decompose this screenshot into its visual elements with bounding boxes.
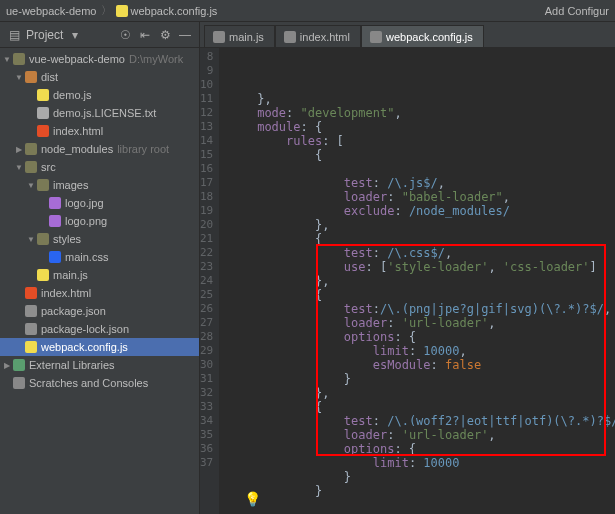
gear-icon[interactable]: ⚙ xyxy=(157,27,173,43)
line-number[interactable]: 33 xyxy=(200,400,213,414)
tree-item-src[interactable]: ▼src xyxy=(0,158,199,176)
code-line[interactable]: exclude: /node_modules/ xyxy=(228,204,615,218)
tree-item-demo-js[interactable]: demo.js xyxy=(0,86,199,104)
line-number[interactable]: 35 xyxy=(200,428,213,442)
tree-arrow-icon[interactable]: ▶ xyxy=(14,145,24,154)
tree-item-logo-jpg[interactable]: logo.jpg xyxy=(0,194,199,212)
tree-item-Scratches-and-Consoles[interactable]: Scratches and Consoles xyxy=(0,374,199,392)
chevron-down-icon[interactable]: ▾ xyxy=(67,27,83,43)
line-number[interactable]: 14 xyxy=(200,134,213,148)
project-pane-label[interactable]: Project xyxy=(26,28,63,42)
code-line[interactable]: rules: [ xyxy=(228,134,615,148)
line-number[interactable]: 36 xyxy=(200,442,213,456)
tree-item-main-css[interactable]: main.css xyxy=(0,248,199,266)
line-number[interactable]: 22 xyxy=(200,246,213,260)
tree-item-index-html[interactable]: index.html xyxy=(0,284,199,302)
code-line[interactable]: } xyxy=(228,484,615,498)
code-line[interactable]: test:/\.(png|jpe?g|gif|svg)(\?.*)?$/, xyxy=(228,302,615,316)
code-line[interactable]: } xyxy=(228,470,615,484)
code-line[interactable]: { xyxy=(228,288,615,302)
tab-webpack-config-js[interactable]: webpack.config.js xyxy=(361,25,484,47)
line-number[interactable]: 11 xyxy=(200,92,213,106)
tree-item-package-json[interactable]: package.json xyxy=(0,302,199,320)
code-line[interactable]: test: /\.(woff2?|eot|ttf|otf)(\?.*)?$/, xyxy=(228,414,615,428)
tree-item-dist[interactable]: ▼dist xyxy=(0,68,199,86)
tree-item-vue-webpack-demo[interactable]: ▼vue-webpack-demoD:\myWork xyxy=(0,50,199,68)
tree-arrow-icon[interactable]: ▼ xyxy=(2,55,12,64)
tree-arrow-icon[interactable]: ▼ xyxy=(14,73,24,82)
intention-bulb-icon[interactable]: 💡 xyxy=(244,492,261,506)
tree-item-webpack-config-js[interactable]: webpack.config.js xyxy=(0,338,199,356)
code-line[interactable]: limit: 10000 xyxy=(228,456,615,470)
line-number[interactable]: 19 xyxy=(200,204,213,218)
code-line[interactable]: { xyxy=(228,232,615,246)
tree-item-demo-js-LICENSE-txt[interactable]: demo.js.LICENSE.txt xyxy=(0,104,199,122)
code-line[interactable]: esModule: false xyxy=(228,358,615,372)
line-number[interactable]: 23 xyxy=(200,260,213,274)
tree-item-index-html[interactable]: index.html xyxy=(0,122,199,140)
line-number[interactable]: 24 xyxy=(200,274,213,288)
line-number[interactable]: 28 xyxy=(200,330,213,344)
hide-icon[interactable]: — xyxy=(177,27,193,43)
code-line[interactable]: test: /\.js$/, xyxy=(228,176,615,190)
code-line[interactable]: loader: 'url-loader', xyxy=(228,316,615,330)
code-line[interactable]: loader: 'url-loader', xyxy=(228,428,615,442)
tab-index-html[interactable]: index.html xyxy=(275,25,361,47)
tab-main-js[interactable]: main.js xyxy=(204,25,275,47)
code-line[interactable]: loader: "babel-loader", xyxy=(228,190,615,204)
line-number[interactable]: 8 xyxy=(200,50,213,64)
code-line[interactable]: { xyxy=(228,400,615,414)
code-line[interactable]: mode: "development", xyxy=(228,106,615,120)
line-number[interactable]: 27 xyxy=(200,316,213,330)
line-number[interactable]: 25 xyxy=(200,288,213,302)
code-line[interactable]: module: { xyxy=(228,120,615,134)
line-number[interactable]: 17 xyxy=(200,176,213,190)
line-number[interactable]: 12 xyxy=(200,106,213,120)
tree-arrow-icon[interactable]: ▶ xyxy=(2,361,12,370)
code-line[interactable]: limit: 10000, xyxy=(228,344,615,358)
line-number[interactable]: 34 xyxy=(200,414,213,428)
line-number[interactable]: 9 xyxy=(200,64,213,78)
select-opened-icon[interactable]: ☉ xyxy=(117,27,133,43)
code-line[interactable]: test: /\.css$/, xyxy=(228,246,615,260)
tree-item-External-Libraries[interactable]: ▶External Libraries xyxy=(0,356,199,374)
code-line[interactable]: use: ['style-loader', 'css-loader'] xyxy=(228,260,615,274)
line-number[interactable]: 32 xyxy=(200,386,213,400)
breadcrumb-project[interactable]: ue-webpack-demo xyxy=(6,5,97,17)
code-line[interactable] xyxy=(228,162,615,176)
code-line[interactable]: options: { xyxy=(228,330,615,344)
code-line[interactable]: } xyxy=(228,372,615,386)
line-number[interactable]: 21 xyxy=(200,232,213,246)
line-number[interactable]: 20 xyxy=(200,218,213,232)
line-number[interactable]: 10 xyxy=(200,78,213,92)
code-line[interactable] xyxy=(228,498,615,512)
tree-arrow-icon[interactable]: ▼ xyxy=(26,181,36,190)
line-number[interactable]: 15 xyxy=(200,148,213,162)
tree-item-logo-png[interactable]: logo.png xyxy=(0,212,199,230)
code-line[interactable]: }, xyxy=(228,386,615,400)
line-number[interactable]: 29 xyxy=(200,344,213,358)
breadcrumb-file[interactable]: webpack.config.js xyxy=(116,5,218,17)
code-area[interactable]: }, mode: "development", module: { rules:… xyxy=(220,48,615,514)
collapse-all-icon[interactable]: ⇤ xyxy=(137,27,153,43)
line-number[interactable]: 13 xyxy=(200,120,213,134)
add-configuration-button[interactable]: Add Configur xyxy=(545,5,609,17)
code-line[interactable]: }, xyxy=(228,92,615,106)
line-number[interactable]: 16 xyxy=(200,162,213,176)
project-view-icon[interactable]: ▤ xyxy=(6,27,22,43)
line-number[interactable]: 31 xyxy=(200,372,213,386)
tree-item-styles[interactable]: ▼styles xyxy=(0,230,199,248)
code-editor[interactable]: 8910111213141516171819202122232425262728… xyxy=(200,48,615,514)
tree-arrow-icon[interactable]: ▼ xyxy=(14,163,24,172)
tree-arrow-icon[interactable]: ▼ xyxy=(26,235,36,244)
tree-item-images[interactable]: ▼images xyxy=(0,176,199,194)
code-line[interactable]: }, xyxy=(228,218,615,232)
tree-item-package-lock-json[interactable]: package-lock.json xyxy=(0,320,199,338)
tree-item-main-js[interactable]: main.js xyxy=(0,266,199,284)
line-number[interactable]: 26 xyxy=(200,302,213,316)
code-line[interactable]: }, xyxy=(228,274,615,288)
line-number[interactable]: 30 xyxy=(200,358,213,372)
line-number[interactable]: 18 xyxy=(200,190,213,204)
tree-item-node_modules[interactable]: ▶node_moduleslibrary root xyxy=(0,140,199,158)
line-number[interactable]: 37 xyxy=(200,456,213,470)
